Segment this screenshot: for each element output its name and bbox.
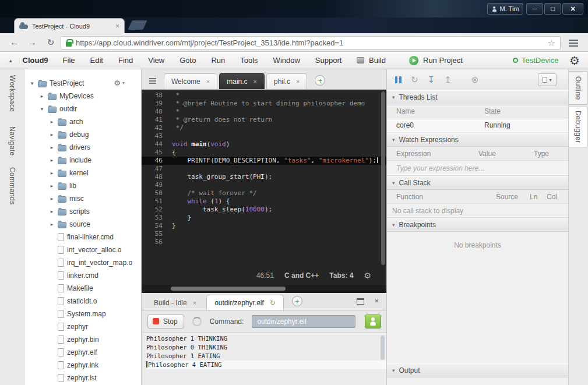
tree-item[interactable]: ▸debug: [24, 128, 141, 141]
console-output[interactable]: Philosopher 1 THINKINGPhilosopher 0 THIN…: [142, 333, 386, 385]
tab-close-icon[interactable]: ×: [296, 78, 300, 85]
tree-item[interactable]: ▸arch: [24, 115, 141, 128]
gutter-line-number[interactable]: 50: [142, 189, 163, 197]
menu-file[interactable]: File: [55, 56, 83, 65]
url-text[interactable]: https://app.cloud.windriver.com/mtj/proj…: [76, 38, 544, 47]
rail-tab-debugger[interactable]: Debugger: [569, 107, 588, 147]
stop-button[interactable]: Stop: [147, 315, 184, 329]
debug-source-button[interactable]: ▾: [538, 73, 557, 86]
disclosure-icon[interactable]: ▸: [49, 157, 55, 163]
disclosure-icon[interactable]: ▸: [39, 93, 45, 99]
console-scrollbar[interactable]: [381, 335, 385, 360]
threads-section-header[interactable]: ▾ Threads List: [387, 90, 568, 104]
menu-window[interactable]: Window: [266, 56, 308, 65]
console-tab-zephyr[interactable]: outdir/zephyr.elf ↻: [206, 295, 284, 310]
callstack-section-header[interactable]: ▾ Call Stack: [387, 176, 568, 190]
tree-item[interactable]: zephyr.bin: [24, 333, 141, 346]
reload-button[interactable]: ↻: [43, 35, 58, 50]
menu-goto[interactable]: Goto: [172, 56, 203, 65]
gutter-line-number[interactable]: 47: [142, 165, 163, 173]
user-button[interactable]: M. Tim: [487, 3, 523, 15]
tab-list-button[interactable]: [146, 73, 159, 87]
bookmark-star-icon[interactable]: ☆: [548, 38, 555, 48]
disclosure-icon[interactable]: ▸: [49, 196, 55, 202]
gutter-line-number[interactable]: 54: [142, 222, 163, 230]
code-area[interactable]: 38 *39 * @brief Routine to start dining …: [142, 91, 386, 246]
close-panel-icon[interactable]: ×: [374, 296, 379, 305]
output-section-header[interactable]: ▾ Output: [387, 363, 568, 377]
rail-tab-commands[interactable]: Commands: [8, 167, 16, 205]
editor-tab-phil-c[interactable]: phil.c ×: [266, 73, 307, 89]
menu-tools[interactable]: Tools: [233, 56, 265, 65]
forward-button[interactable]: →: [24, 35, 40, 50]
tree-item[interactable]: zephyr.lnk: [24, 359, 141, 372]
tab-close-icon[interactable]: ×: [206, 78, 210, 85]
tree-item[interactable]: linker.cmd: [24, 269, 141, 282]
tree-item[interactable]: int_vector_alloc.o: [24, 243, 141, 256]
new-console-tab-button[interactable]: +: [292, 296, 302, 306]
editor-settings-icon[interactable]: ⚙: [364, 271, 371, 280]
ide-settings-button[interactable]: ⚙: [564, 52, 585, 69]
disclosure-icon[interactable]: ▾: [39, 106, 45, 112]
close-window-button[interactable]: ×: [562, 3, 583, 15]
tree-item[interactable]: zephyr.elf: [24, 346, 141, 359]
menu-run[interactable]: Run: [203, 56, 233, 65]
gutter-line-number[interactable]: 45: [142, 149, 163, 157]
disclosure-icon[interactable]: ▸: [49, 209, 55, 214]
gutter-line-number[interactable]: 51: [142, 197, 163, 206]
gutter-line-number[interactable]: 44: [142, 140, 163, 149]
gutter-line-number[interactable]: 40: [142, 108, 163, 116]
tree-item[interactable]: ▸kernel: [24, 167, 141, 179]
disclosure-icon[interactable]: ▸: [49, 119, 55, 125]
step-into-button[interactable]: ↧: [428, 75, 435, 84]
tree-item[interactable]: ▸MyDevices: [24, 90, 141, 103]
minimize-button[interactable]: ─: [526, 3, 543, 15]
gutter-line-number[interactable]: 41: [142, 116, 163, 124]
menu-support[interactable]: Support: [308, 56, 350, 65]
tree-item[interactable]: ▾outdir: [24, 103, 141, 115]
gutter-line-number[interactable]: 39: [142, 100, 163, 108]
code-editor[interactable]: 38 *39 * @brief Routine to start dining …: [142, 90, 386, 293]
tab-close-icon[interactable]: ×: [253, 78, 257, 85]
stop-debug-button[interactable]: ⊗: [471, 75, 479, 84]
gutter-line-number[interactable]: 56: [142, 238, 163, 246]
disclosure-icon[interactable]: ▾: [29, 80, 35, 86]
step-out-button[interactable]: ↥: [444, 75, 452, 84]
tree-item[interactable]: Makefile: [24, 282, 141, 295]
editor-vertical-scrollbar[interactable]: [381, 91, 385, 265]
collapse-menubar-icon[interactable]: ▴: [6, 58, 16, 63]
tree-item[interactable]: zephyr.lst: [24, 372, 141, 384]
gutter-line-number[interactable]: 43: [142, 132, 163, 140]
rail-tab-outline[interactable]: Outline: [569, 71, 588, 105]
gutter-line-number[interactable]: 55: [142, 230, 163, 238]
disclosure-icon[interactable]: ▸: [49, 170, 55, 176]
tab-size[interactable]: Tabs: 4: [329, 271, 353, 280]
device-button[interactable]: TestDevice: [513, 52, 559, 69]
disclosure-icon[interactable]: ▸: [49, 132, 55, 137]
tree-item[interactable]: System.map: [24, 308, 141, 320]
tree-item[interactable]: zephyr: [24, 320, 141, 333]
gutter-line-number[interactable]: 49: [142, 181, 163, 189]
tree-item[interactable]: ▸include: [24, 154, 141, 167]
rail-tab-navigate[interactable]: Navigate: [8, 126, 16, 156]
tab-close-icon[interactable]: ×: [193, 299, 196, 306]
tree-item[interactable]: final-linker.cmd: [24, 231, 141, 243]
watch-section-header[interactable]: ▾ Watch Expressions: [387, 133, 568, 147]
rail-tab-workspace[interactable]: Workspace: [8, 75, 16, 112]
file-tree[interactable]: ▾TestProject▸MyDevices▾outdir▸arch▸debug…: [24, 69, 141, 384]
gutter-line-number[interactable]: 48: [142, 173, 163, 181]
watch-expression-input[interactable]: Type your expression here...: [387, 161, 568, 176]
gutter-line-number[interactable]: 38: [142, 91, 163, 100]
browser-menu-button[interactable]: [566, 37, 580, 49]
cursor-position[interactable]: 46:51: [256, 271, 274, 280]
resume-button[interactable]: ↻: [411, 75, 418, 84]
tree-item[interactable]: ▸source: [24, 218, 141, 231]
new-editor-tab-button[interactable]: +: [315, 75, 325, 86]
menu-find[interactable]: Find: [111, 56, 140, 65]
editor-horizontal-scrollbar[interactable]: [171, 287, 286, 291]
tree-item[interactable]: staticIdt.o: [24, 295, 141, 308]
menu-edit[interactable]: Edit: [83, 56, 111, 65]
editor-tab-welcome[interactable]: Welcome ×: [164, 73, 217, 89]
tree-item[interactable]: ▸lib: [24, 179, 141, 192]
syntax-mode[interactable]: C and C++: [284, 271, 319, 280]
